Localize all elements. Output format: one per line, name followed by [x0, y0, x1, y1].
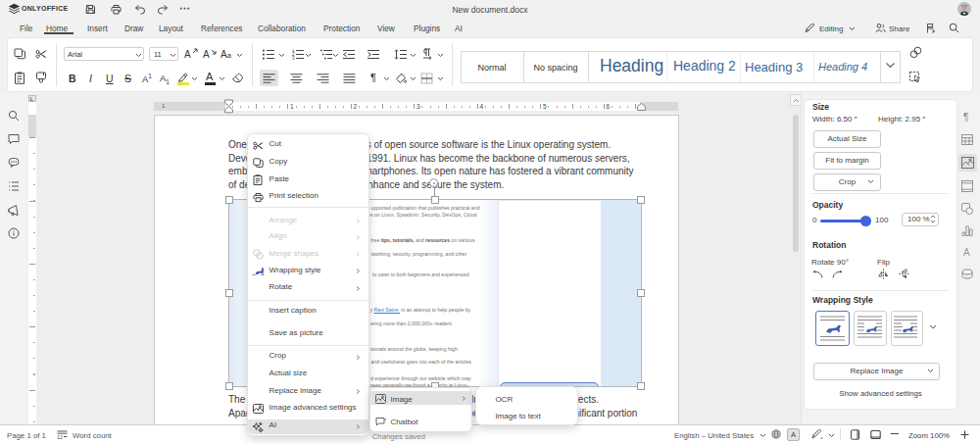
- svg-text:12: 12: [57, 434, 63, 439]
- svg-text:3: 3: [292, 56, 295, 60]
